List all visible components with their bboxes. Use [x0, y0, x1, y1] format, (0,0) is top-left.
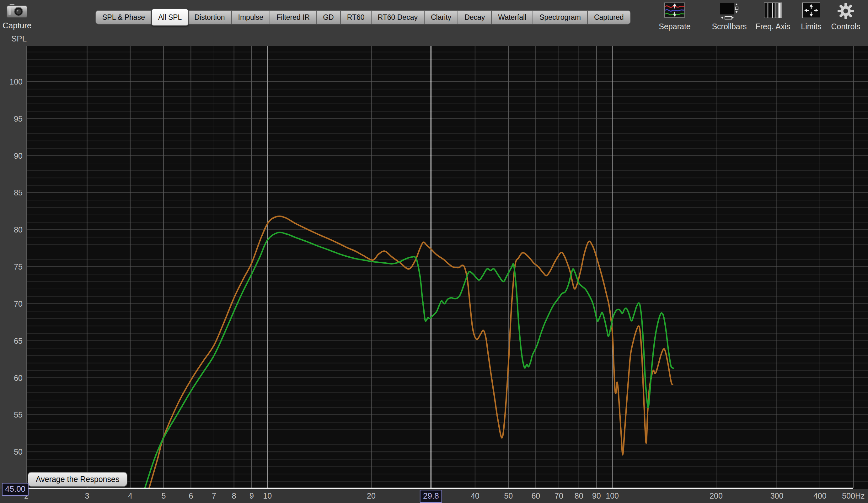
y-tick-60: 60: [0, 373, 23, 383]
y-tick-85: 85: [0, 188, 23, 198]
separate-button[interactable]: Separate: [651, 2, 698, 31]
separate-label: Separate: [651, 22, 698, 31]
x-tick-7: 7: [212, 491, 216, 501]
tab-spl-phase[interactable]: SPL & Phase: [96, 11, 152, 24]
tab-rt60-decay[interactable]: RT60 Decay: [372, 11, 425, 24]
x-tick-20: 20: [367, 491, 376, 501]
controls-label: Controls: [824, 22, 867, 31]
y-min-field[interactable]: 45.00: [2, 483, 29, 496]
x-tick-400: 400: [813, 491, 827, 501]
x-tick-500: 500Hz: [842, 491, 865, 501]
x-tick-4: 4: [128, 491, 132, 501]
x-tick-80: 80: [575, 491, 583, 501]
tab-captured[interactable]: Captured: [588, 11, 630, 24]
cursor-frequency-field[interactable]: 29.8: [420, 490, 442, 503]
x-tick-9: 9: [249, 491, 254, 501]
tab-rt60[interactable]: RT60: [341, 11, 372, 24]
y-axis-title: SPL: [11, 34, 27, 44]
x-tick-6: 6: [189, 491, 193, 501]
tab-decay[interactable]: Decay: [458, 11, 492, 24]
x-tick-60: 60: [531, 491, 540, 501]
y-tick-75: 75: [0, 262, 23, 272]
scrollbars-icon: [705, 2, 754, 21]
x-tick-300: 300: [771, 491, 784, 501]
capture-button[interactable]: Capture: [2, 2, 31, 30]
tab-waterfall[interactable]: Waterfall: [492, 11, 533, 24]
scrollbars-button[interactable]: Scrollbars: [705, 2, 754, 31]
x-tick-50: 50: [504, 491, 513, 501]
x-tick-200: 200: [710, 491, 723, 501]
x-tick-90: 90: [592, 491, 601, 501]
scrollbars-label: Scrollbars: [705, 22, 754, 31]
y-tick-55: 55: [0, 410, 23, 420]
tab-impulse[interactable]: Impulse: [232, 11, 270, 24]
gear-icon: [824, 2, 867, 21]
x-tick-3: 3: [85, 491, 90, 501]
separate-curves-icon: [651, 2, 698, 21]
x-tick-70: 70: [555, 491, 563, 501]
y-tick-95: 95: [0, 114, 23, 124]
y-tick-50: 50: [0, 447, 23, 457]
y-tick-90: 90: [0, 151, 23, 161]
x-tick-40: 40: [471, 491, 479, 501]
capture-label: Capture: [2, 21, 31, 30]
camera-icon: [6, 2, 28, 19]
x-tick-8: 8: [232, 491, 236, 501]
spl-chart[interactable]: [0, 0, 868, 503]
x-tick-10: 10: [263, 491, 272, 501]
tab-gd[interactable]: GD: [317, 11, 341, 24]
average-responses-button[interactable]: Average the Responses: [28, 472, 127, 487]
y-tick-65: 65: [0, 336, 23, 346]
plot-background: [27, 46, 868, 490]
tab-all-spl[interactable]: All SPL: [151, 9, 189, 26]
controls-button[interactable]: Controls: [824, 2, 867, 31]
x-tick-5: 5: [161, 491, 166, 501]
tab-clarity[interactable]: Clarity: [425, 11, 458, 24]
tab-spectrogram[interactable]: Spectrogram: [533, 11, 588, 24]
y-tick-100: 100: [0, 77, 23, 87]
view-tabs: SPL & PhaseAll SPLDistortionImpulseFilte…: [96, 11, 630, 24]
tab-filtered-ir[interactable]: Filtered IR: [270, 11, 317, 24]
y-tick-80: 80: [0, 225, 23, 235]
y-tick-70: 70: [0, 299, 23, 309]
tab-distortion[interactable]: Distortion: [188, 11, 231, 24]
x-tick-100: 100: [606, 491, 619, 501]
